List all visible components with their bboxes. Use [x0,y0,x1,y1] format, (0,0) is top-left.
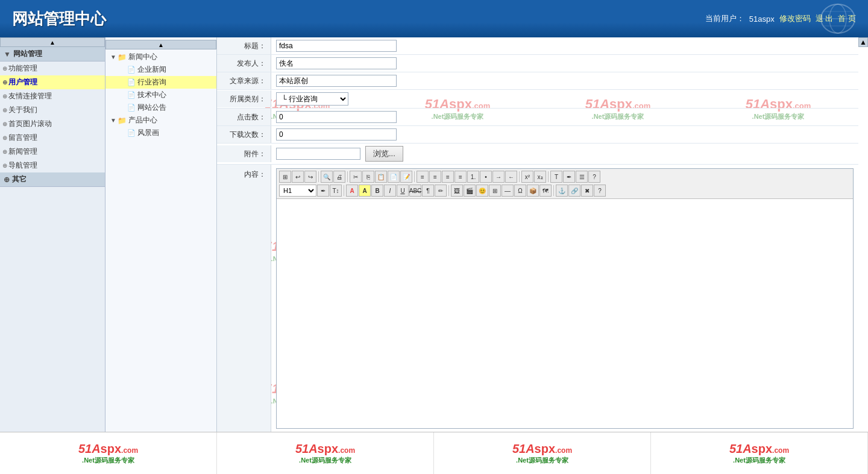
toolbar-strike-btn[interactable]: ABC [409,185,421,197]
sidebar-scroll-up[interactable]: ▲ [0,37,105,47]
toolbar-mark-btn[interactable]: ✏ [435,185,447,197]
tree-node-label: 网站公告 [137,103,166,113]
downloads-value [271,126,858,143]
sidebar-item-links[interactable]: ⊕ 友情连接管理 [0,89,105,103]
tree-scroll-up[interactable]: ▲ [105,40,216,49]
sidebar-label: 功能管理 [8,63,37,74]
hits-input[interactable] [276,111,397,123]
toolbar-print-btn[interactable]: 🖨 [333,171,345,183]
tree-node-label: 新闻中心 [128,52,157,62]
attachment-value: 浏览... [271,144,858,164]
toolbar-outdent-btn[interactable]: ← [505,171,517,183]
editor-container: ⊞ ↩ ↪ 🔍 🖨 ✂ ⎘ 📋 [276,168,854,429]
tree-node-label: 企业新闻 [137,65,166,75]
tree-node-landscape[interactable]: 📄 风景画 [105,127,216,139]
tree-node-announcement[interactable]: 📄 网站公告 [105,101,216,114]
tree-node-enterprise-news[interactable]: 📄 企业新闻 [105,63,216,76]
content-label: 内容： [217,165,271,432]
toolbar-sub-btn[interactable]: x₂ [534,171,546,183]
toolbar-paste-word-btn[interactable]: 📝 [400,171,412,183]
title-input[interactable] [276,40,397,52]
tree-node-news-center[interactable]: ▼ 📁 新闻中心 [105,51,216,63]
toolbar-select-all-btn[interactable]: ☰ [576,171,588,183]
toolbar-align-center-btn[interactable]: ≡ [429,171,441,183]
sidebar-item-about[interactable]: ⊕ 关于我们 [0,103,105,117]
category-label: 所属类别： [217,90,271,107]
publisher-input[interactable] [276,57,397,69]
form-row-category: 所属类别： └ 行业咨询 企业新闻 技术中心 网站公告 [217,90,858,109]
toolbar-super-btn[interactable]: x² [521,171,533,183]
toolbar-heading-select[interactable]: H1H2H3Normal [279,185,316,197]
sidebar-section-website[interactable]: ▼ 网站管理 [0,47,105,62]
toolbar-link-btn[interactable]: 🔗 [568,185,580,197]
sidebar-item-guestbook[interactable]: ⊕ 留言管理 [0,131,105,145]
toolbar-indent-btn[interactable]: → [492,171,505,183]
toolbar-fontsize-btn[interactable]: T↕ [330,185,342,197]
tree-node-tech-center[interactable]: 📄 技术中心 [105,89,216,101]
browse-button[interactable]: 浏览... [365,146,403,162]
sidebar-item-news[interactable]: ⊕ 新闻管理 [0,145,105,159]
sidebar-section-other[interactable]: ⊕ 其它 [0,172,105,187]
downloads-label: 下载次数： [217,126,271,143]
toolbar-ul-btn[interactable]: • [480,171,492,183]
hits-value [271,109,858,125]
toolbar-remove-format-btn[interactable]: T [550,171,562,183]
toolbar-underline-btn[interactable]: U [397,185,409,197]
tree-node-label: 产品中心 [128,115,157,125]
toolbar-hr-btn[interactable]: — [502,185,514,197]
toolbar-align-right-btn[interactable]: ≡ [442,171,454,183]
toolbar-cut-btn[interactable]: ✂ [350,171,362,183]
username: 51aspx [749,14,775,24]
toolbar-undo-btn[interactable]: ↩ [292,171,304,183]
editor-body[interactable] [277,199,853,428]
toolbar-fontcolor-btn[interactable]: A [346,185,358,197]
attachment-input[interactable] [276,148,360,160]
category-select[interactable]: └ 行业咨询 企业新闻 技术中心 网站公告 [276,92,348,106]
toolbar-ol-btn[interactable]: 1. [467,171,479,183]
tree-node-products[interactable]: ▼ 📁 产品中心 [105,114,216,127]
bwm-brand: 51Aspx.com [512,442,572,456]
bwm-brand: 51Aspx.com [729,442,789,456]
sidebar: ▲ ▼ 网站管理 ⊕ 功能管理 ⊕ 用户管理 ⊕ 友情连接管理 ⊕ 关于我们 ⊕… [0,37,105,474]
content-scroll-up[interactable]: ▲ [858,37,868,47]
toolbar-para-btn[interactable]: ¶ [422,185,434,197]
sep [548,171,549,182]
toolbar-unlink-btn[interactable]: ✖ [581,185,593,197]
sidebar-item-function[interactable]: ⊕ 功能管理 [0,62,105,75]
toolbar-align-left-btn[interactable]: ≡ [417,171,429,183]
toolbar-align-justify-btn[interactable]: ≡ [454,171,467,183]
toolbar-anchor-btn[interactable]: ⚓ [556,185,568,197]
toolbar-preview-btn[interactable]: 🔍 [321,171,333,183]
toolbar-paste-text-btn[interactable]: 📄 [388,171,400,183]
attachment-label: 附件： [217,145,271,162]
downloads-input[interactable] [276,128,397,141]
toolbar-bgcolor-btn[interactable]: A [359,185,371,197]
toolbar-image-btn[interactable]: 🖼 [451,185,463,197]
toolbar-redo-btn[interactable]: ↪ [304,171,316,183]
toolbar-copy-btn[interactable]: ⎘ [362,171,374,183]
doc-icon: 📄 [127,78,136,86]
source-input[interactable] [276,75,397,87]
tree-node-industry[interactable]: 📄 行业咨询 [105,76,216,89]
toolbar-media-btn[interactable]: 🎬 [464,185,476,197]
change-password-link[interactable]: 修改密码 [779,13,811,24]
toolbar-template-btn[interactable]: 📦 [527,185,539,197]
toolbar-special-btn[interactable]: Ω [514,185,526,197]
toolbar-help2-btn[interactable]: ? [594,185,606,197]
toolbar-paste-btn[interactable]: 📋 [375,171,387,183]
toolbar-font-btn[interactable]: ✒ [317,185,329,197]
toolbar-source-btn[interactable]: ⊞ [279,171,291,183]
sidebar-item-user[interactable]: ⊕ 用户管理 [0,75,105,89]
sidebar-item-banner[interactable]: ⊕ 首页图片滚动 [0,117,105,131]
toolbar-help-btn[interactable]: ? [588,171,600,183]
toolbar-bold-btn[interactable]: B [371,185,383,197]
toolbar-emoticon-btn[interactable]: 😊 [476,185,488,197]
toolbar-map-btn[interactable]: 🗺 [539,185,552,197]
sidebar-label: 用户管理 [8,77,37,87]
toolbar-format-painter-btn[interactable]: ✒ [563,171,575,183]
toolbar-italic-btn[interactable]: I [384,185,396,197]
tree-node-label: 风景画 [137,128,159,138]
toolbar-table-btn[interactable]: ⊞ [489,185,501,197]
sidebar-item-nav[interactable]: ⊕ 导航管理 [0,159,105,172]
sep [318,171,319,182]
